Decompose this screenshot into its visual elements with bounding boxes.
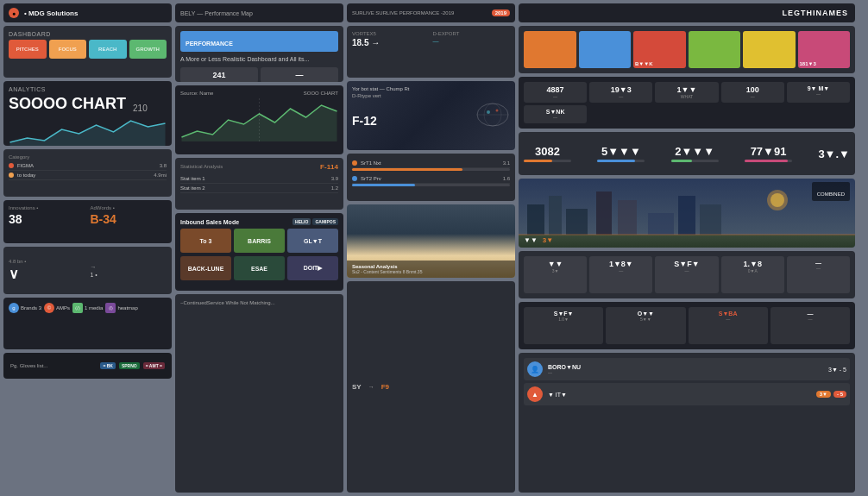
col4-metric-4: 100 —	[721, 82, 784, 103]
col4-num-3: 2▼▼▼	[671, 145, 719, 162]
col4-p6-item-3-val: S▼BA	[691, 311, 765, 317]
col2-panel5: ~ContinuedService While Not Matching...	[175, 294, 343, 493]
col3-p1-content: VORTEX5 18.5 → D-EXPORT —	[352, 31, 510, 47]
col1-p5-right: → 1 •	[91, 264, 167, 278]
col1-item-text-2: to today	[17, 173, 150, 178]
col4-second-info: ▼ IT▼	[548, 392, 811, 398]
col4-num-3-bar	[671, 160, 693, 162]
col3-header: SURLIVE SURLIVE PERFORMANCE -2019 2019	[347, 3, 515, 22]
col2-p3-title: Statistical Analysis	[180, 164, 223, 169]
col4-color-6: 181▼3	[798, 31, 851, 68]
col4-m2-1: ▼▼ 3▼	[524, 256, 587, 293]
col4-second-name: ▼ IT▼	[548, 392, 811, 398]
col2-header: BELY — Performance Map	[175, 3, 343, 22]
col4-panel3: 3082 5▼▼▼ 2▼▼▼	[519, 132, 855, 175]
col1-panel4: Innovations • 38 AdWords • B-34	[3, 200, 172, 243]
col4-metric-6-lbl: —	[526, 115, 584, 120]
col4-metric-5-val: 9▼ M▼	[789, 85, 847, 91]
tag-amt: = AMT =	[143, 362, 165, 369]
col4-p6-item-4-lbl: —	[773, 317, 847, 322]
col1-color-grid: PITCHES FOCUS REACH GROWTH	[9, 40, 167, 59]
card-glt[interactable]: GL▼T	[287, 229, 338, 253]
col4-p6-item-1: S▼F▼ 1.0▼	[524, 307, 603, 344]
sub-card-2[interactable]: ESAE	[234, 256, 285, 280]
col3-seg-item-2: SrT2 Prv 1.6	[352, 174, 510, 184]
col1-brand-3: ⟨/⟩ 1 media	[72, 303, 103, 313]
sub-card-3[interactable]: DOIT▶	[287, 256, 338, 280]
col4-p6-item-3: S▼BA —	[689, 307, 768, 344]
col4-m2-4-lbl: 0▼A	[724, 268, 782, 273]
col4-metric-2: 19▼3 —	[589, 82, 652, 103]
col4-m2-3: S▼F▼ —	[655, 256, 718, 293]
col3-seg-item-1: SrT1 Nxt 3.1	[352, 159, 510, 168]
col2-p4-title: Inbound Sales Mode	[180, 219, 239, 225]
col1-panel6: g Brands 3 © AMPs ⟨/⟩ 1 media ⟨/⟩ heatma…	[3, 298, 172, 349]
sub-card-1[interactable]: BACK-LUNE	[180, 256, 231, 280]
main-container: ● • MDG Solutions DASHBOARD PITCHES FOCU…	[0, 0, 868, 496]
sub-card-3-label: DOIT▶	[304, 265, 323, 272]
color-block-1[interactable]: PITCHES	[9, 40, 47, 59]
col4-header: LEGTHINAMES	[519, 3, 855, 22]
col4-metric-4-val: 100	[724, 85, 782, 94]
col4-num-4-bar	[745, 160, 788, 162]
col2-stat-1-val: 241	[183, 71, 255, 79]
col2-stat-text-2: Stat item 2	[180, 185, 328, 191]
col4-user-name: BORO▼NU	[548, 364, 823, 370]
col1-brand-1: g Brands 3	[9, 303, 41, 313]
col4-m2-3-lbl: —	[657, 268, 715, 273]
col1-panel2: ANALYTICS SOOOO CHART 210	[3, 81, 172, 146]
col4-num-3-val: 2▼▼▼	[671, 145, 719, 158]
color-block-4[interactable]: GROWTH	[129, 40, 167, 59]
col4-avatar-2: ▲	[527, 386, 543, 402]
card-glt-label: GL▼T	[304, 238, 322, 244]
col4-landscape-stats: ▼▼ 3▼	[524, 236, 553, 244]
col4-num-3-bar-bg	[671, 160, 719, 162]
col3-title: SURLIVE SURLIVE PERFORMANCE -2019	[352, 10, 454, 16]
col2-stat-2-val: —	[263, 71, 336, 79]
card-to3[interactable]: To 3	[180, 229, 231, 253]
col2-stat-1: 241	[180, 67, 258, 82]
col1-dot-1	[9, 163, 14, 168]
col4-metric-1: 4887 —	[524, 82, 587, 103]
brand2-icon: ©	[44, 303, 54, 313]
color-block-3-label: REACH	[98, 47, 116, 52]
col4-metric-6-val: S▼NK	[526, 109, 584, 115]
col1-item-val-2: 4.9mi	[154, 173, 167, 178]
col1-big-number: SOOOO CHART	[9, 95, 126, 113]
col4-metric-4-lbl: —	[724, 94, 782, 99]
col2-perf-stats: 241 —	[180, 67, 338, 82]
col2-panel1: PERFORMANCE A More or Less Realistic Das…	[175, 26, 343, 82]
col3-p1-right: D-EXPORT —	[433, 31, 511, 47]
column-2: BELY — Performance Map PERFORMANCE A Mor…	[175, 3, 343, 493]
column-4: LEGTHINAMES B▼▼K 181▼3 4887	[519, 3, 855, 493]
col4-num-4: 77▼91	[745, 145, 792, 162]
col3-seg-val-2: 1.6	[503, 176, 510, 181]
card-barris[interactable]: BARRIS	[234, 229, 285, 253]
tag-sprno: SPRNO	[119, 362, 140, 369]
col1-p2-title: ANALYTICS	[9, 86, 167, 92]
col3-dot-1	[352, 160, 357, 166]
col3-panel4: Seasonal Analysis Su2 - Content Sentimen…	[347, 204, 515, 278]
col4-color-1	[524, 31, 576, 68]
col4-avatar: 👤	[527, 361, 543, 377]
col4-title: LEGTHINAMES	[782, 9, 848, 17]
col1-p5-icon: ∨	[9, 266, 85, 282]
col1-p3-label: Category	[9, 154, 167, 160]
col4-m2-1-lbl: 3▼	[526, 268, 584, 273]
col1-sparkline	[9, 116, 167, 146]
col4-p5-grid: ▼▼ 3▼ 1▼8▼ — S▼F▼ — 1.▼8 0▼A — —	[524, 256, 850, 293]
tag-gamipos: GAMIPOS	[312, 218, 338, 225]
col3-p2-subtitle: Yor bot stat — Chump Rt	[352, 86, 510, 91]
color-block-2[interactable]: FOCUS	[49, 40, 87, 59]
color-block-3[interactable]: REACH	[89, 40, 127, 59]
col3-panel2: Yor bot stat — Chump Rt D-Rtype vert F-1…	[347, 81, 515, 150]
col4-m2-4-val: 1.▼8	[724, 260, 782, 268]
svg-point-6	[487, 110, 490, 114]
col4-m2-5-val: —	[789, 260, 847, 266]
col3-export-val: —	[433, 38, 511, 44]
col2-p3-val: F-114	[320, 163, 338, 171]
brand1-icon: g	[9, 303, 19, 313]
col4-p6-item-2-val: O▼▼	[608, 311, 682, 317]
card-to3-label: To 3	[200, 238, 212, 244]
col4-p6-grid: S▼F▼ 1.0▼ O▼▼ 5▼▼ S▼BA — — —	[524, 307, 850, 344]
